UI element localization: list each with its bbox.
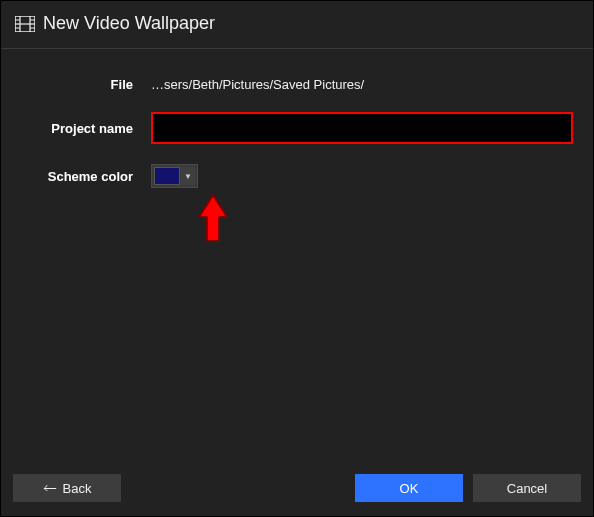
film-icon: [15, 16, 35, 32]
cancel-button-label: Cancel: [507, 481, 547, 496]
project-name-label: Project name: [21, 121, 151, 136]
dialog-footer: 🡐 Back OK Cancel: [1, 464, 593, 516]
form-area: File …sers/Beth/Pictures/Saved Pictures/…: [1, 49, 593, 464]
ok-button-label: OK: [400, 481, 419, 496]
file-row: File …sers/Beth/Pictures/Saved Pictures/: [21, 77, 573, 92]
ok-button[interactable]: OK: [355, 474, 463, 502]
project-name-input[interactable]: [151, 112, 573, 144]
chevron-down-icon: ▼: [181, 167, 195, 185]
project-name-row: Project name: [21, 112, 573, 144]
back-button[interactable]: 🡐 Back: [13, 474, 121, 502]
scheme-color-picker[interactable]: ▼: [151, 164, 198, 188]
scheme-color-row: Scheme color ▼: [21, 164, 573, 188]
file-path-value: …sers/Beth/Pictures/Saved Pictures/: [151, 77, 364, 92]
cancel-button[interactable]: Cancel: [473, 474, 581, 502]
back-button-label: Back: [63, 481, 92, 496]
file-label: File: [21, 77, 151, 92]
dialog-header: New Video Wallpaper: [1, 1, 593, 49]
dialog-title: New Video Wallpaper: [43, 13, 215, 34]
scheme-color-label: Scheme color: [21, 169, 151, 184]
color-swatch: [154, 167, 180, 185]
arrow-left-icon: 🡐: [43, 481, 57, 495]
